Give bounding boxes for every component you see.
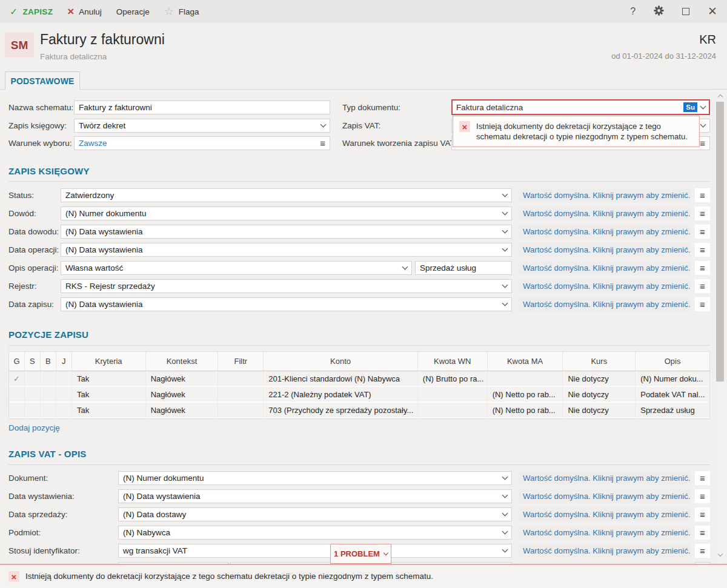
zapis-ksiegowy-select[interactable]: Twórz dekret	[74, 119, 330, 133]
table-row[interactable]: Tak Nagłówek 703 (Przychody ze sprzedaży…	[9, 403, 709, 418]
help-icon[interactable]: ?	[630, 6, 636, 17]
warunek-wyboru-link[interactable]: Zawsze	[79, 139, 107, 148]
field-label-data-sprzedazy: Data sprzedaży:	[8, 507, 68, 521]
vertical-scrollbar[interactable]	[715, 90, 725, 564]
default-value-link[interactable]: Wartość domyślna. Kliknij prawym aby zmi…	[518, 526, 691, 540]
default-value-link[interactable]: Wartość domyślna. Kliknij prawym aby zmi…	[518, 507, 691, 521]
column-header: Kwota WN	[418, 352, 488, 371]
chevron-down-icon	[502, 510, 508, 517]
su-badge: Su	[683, 102, 697, 112]
column-header: Konto	[264, 352, 418, 371]
chevron-down-icon	[502, 492, 508, 498]
default-value-link[interactable]: Wartość domyślna. Kliknij prawym aby zmi…	[518, 297, 691, 311]
field-label-zapis-ksiegowy: Zapis księgowy:	[8, 119, 67, 133]
stosuj-identyfikator-select[interactable]: wg transakcji VAT	[118, 544, 512, 558]
scroll-up-arrow-icon[interactable]	[715, 91, 725, 101]
cancel-button[interactable]: × Anuluj	[67, 7, 102, 16]
field-label-warunek-tworzenia-zapisu-vat: Warunek tworzenia zapisu VAT:	[342, 136, 456, 150]
table-cell: (N) Netto po rab...	[488, 387, 563, 401]
data-operacji-select[interactable]: (N) Data wystawienia	[61, 243, 512, 257]
row-menu-button[interactable]: ≡	[695, 297, 710, 311]
row-menu-button[interactable]: ≡	[695, 225, 710, 239]
error-status-bar: × Istnieją dokumenty do dekretacji korzy…	[0, 564, 727, 588]
warunek-wyboru-field[interactable]: Zawsze ≡	[74, 136, 330, 150]
table-cell: Nagłówek	[146, 403, 219, 417]
default-value-link[interactable]: Wartość domyślna. Kliknij prawym aby zmi…	[518, 471, 691, 485]
status-select[interactable]: Zatwierdzony	[61, 188, 512, 202]
row-menu-button[interactable]: ≡	[695, 188, 710, 202]
scroll-down-arrow-icon[interactable]	[715, 550, 725, 560]
operations-menu-button[interactable]: Operacje	[116, 7, 150, 16]
chevron-down-icon	[502, 228, 508, 234]
close-window-icon[interactable]: ✕	[708, 7, 717, 16]
data-zapisu-select[interactable]: (N) Data wystawienia	[61, 297, 512, 311]
menu-icon: ≡	[700, 226, 705, 237]
table-row[interactable]: Tak Nagłówek 221-2 (Należny podatek VAT)…	[9, 387, 709, 403]
menu-icon: ≡	[700, 208, 705, 219]
menu-icon: ≡	[700, 527, 705, 538]
row-menu-button[interactable]: ≡	[695, 261, 710, 275]
typ-dokumentu-select[interactable]: Faktura detaliczna Su	[451, 99, 710, 115]
data-sprzedazy-select[interactable]: (N) Data dostawy	[118, 507, 512, 521]
operations-label: Operacje	[116, 7, 150, 16]
table-cell	[25, 403, 41, 417]
menu-icon: ≡	[700, 473, 705, 483]
field-label-dowod: Dowód:	[8, 206, 36, 220]
row-menu-button[interactable]: ≡	[695, 243, 710, 257]
opis-operacji-select[interactable]: Własna wartość	[61, 261, 412, 275]
default-value-link[interactable]: Wartość domyślna. Kliknij prawym aby zmi…	[518, 225, 691, 239]
row-menu-button[interactable]: ≡	[695, 471, 710, 485]
table-row[interactable]: ✓ Tak Nagłówek 201-Klienci standardowi (…	[9, 371, 709, 387]
problems-button[interactable]: 1 PROBLEM	[330, 544, 391, 564]
data-wystawienia-select[interactable]: (N) Data wystawienia	[118, 489, 512, 503]
default-value-link[interactable]: Wartość domyślna. Kliknij prawym aby zmi…	[518, 188, 691, 202]
data-dowodu-select[interactable]: (N) Data wystawienia	[61, 225, 512, 239]
default-value-link[interactable]: Wartość domyślna. Kliknij prawym aby zmi…	[518, 261, 691, 275]
flag-label: Flaga	[179, 7, 199, 16]
podmiot-select[interactable]: (N) Nabywca	[118, 526, 512, 540]
dokument-select[interactable]: (N) Numer dokumentu	[118, 471, 512, 485]
row-menu-button[interactable]: ≡	[695, 206, 710, 220]
row-menu-button[interactable]: ≡	[695, 544, 710, 558]
default-value-link[interactable]: Wartość domyślna. Kliknij prawym aby zmi…	[518, 544, 691, 558]
table-cell	[56, 387, 72, 401]
menu-icon: ≡	[700, 263, 705, 273]
row-menu-button[interactable]: ≡	[695, 526, 710, 540]
row-menu-button[interactable]: ≡	[695, 507, 710, 521]
table-cell: Tak	[72, 403, 146, 417]
error-icon: ×	[8, 571, 19, 582]
add-position-link[interactable]: Dodaj pozycję	[8, 423, 60, 432]
company-code: KR	[699, 33, 716, 47]
column-header: G	[9, 352, 25, 371]
menu-icon[interactable]: ≡	[700, 138, 705, 148]
row-menu-button[interactable]: ≡	[695, 489, 710, 503]
column-header: Kurs	[563, 352, 636, 371]
field-label-rejestr: Rejestr:	[8, 279, 37, 293]
data-wystawienia-value: (N) Data wystawienia	[123, 492, 201, 501]
menu-icon: ≡	[700, 491, 705, 501]
opis-operacji-custom-input[interactable]: Sprzedaż usług	[415, 261, 512, 275]
rejestr-select[interactable]: RKS - Rejestr sprzedaży	[61, 279, 512, 293]
nazwa-schematu-input[interactable]: Faktury z fakturowni	[74, 101, 330, 114]
menu-icon: ≡	[700, 546, 705, 556]
flag-button[interactable]: ☆ Flaga	[164, 5, 199, 18]
gear-icon[interactable]	[654, 5, 664, 18]
dowod-select[interactable]: (N) Numer dokumentu	[61, 206, 512, 220]
default-value-link[interactable]: Wartość domyślna. Kliknij prawym aby zmi…	[518, 489, 691, 503]
scrollbar-thumb[interactable]	[716, 102, 724, 382]
section-divider	[8, 345, 710, 346]
default-value-link[interactable]: Wartość domyślna. Kliknij prawym aby zmi…	[518, 279, 691, 293]
chevron-down-icon	[700, 103, 706, 109]
tab-podstawowe[interactable]: PODSTAWOWE	[5, 71, 80, 90]
menu-icon: ≡	[700, 299, 705, 309]
chevron-down-icon	[502, 210, 508, 216]
maximize-icon[interactable]	[682, 8, 689, 15]
section-title-pozycje-zapisu: POZYCJE ZAPISU	[8, 329, 88, 340]
save-button[interactable]: ✓ ZAPISZ	[10, 6, 53, 18]
menu-icon[interactable]: ≡	[320, 138, 325, 148]
problems-button-label: 1 PROBLEM	[334, 549, 380, 558]
row-menu-button[interactable]: ≡	[695, 279, 710, 293]
chevron-down-icon	[502, 547, 508, 553]
default-value-link[interactable]: Wartość domyślna. Kliknij prawym aby zmi…	[518, 243, 691, 257]
default-value-link[interactable]: Wartość domyślna. Kliknij prawym aby zmi…	[518, 206, 691, 220]
